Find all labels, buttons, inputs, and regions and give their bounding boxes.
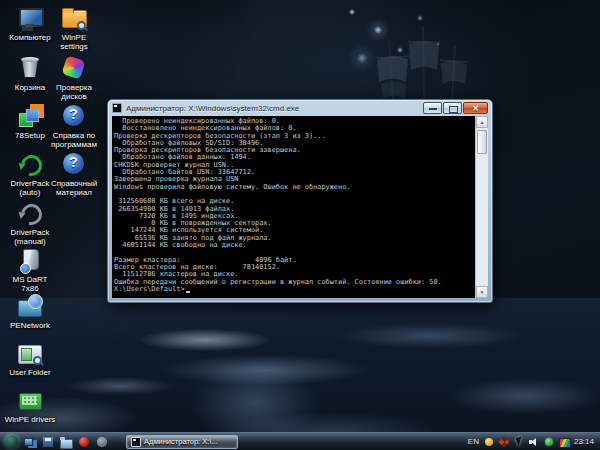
console-output: Проверено неиндексированных файлов: 0. В… [114,118,474,293]
start-button[interactable] [4,434,19,449]
desktop-icon-penetwork[interactable]: PENetwork [4,293,56,330]
shield-icon[interactable] [499,437,509,447]
minimize-button[interactable] [423,102,442,114]
disk-check-icon [61,55,87,81]
folder-icon[interactable] [60,436,72,448]
cmd-icon [131,437,141,447]
icon-label: DriverPack (manual) [4,228,56,246]
sea-waves [0,298,600,450]
window-titlebar[interactable]: Администратор: X:\Windows\system32\cmd.e… [108,100,492,116]
console-area[interactable]: Проверено неиндексированных файлов: 0. В… [112,116,488,298]
help-question-icon [61,103,87,129]
chip-icon [17,387,43,413]
scrollbar-thumb[interactable] [477,130,487,154]
globe-icon[interactable] [96,436,108,448]
smiley-icon[interactable] [484,437,494,447]
console-cursor [186,291,190,293]
desktop-icon-disk-check[interactable]: Проверка дисков [48,55,100,101]
taskbar-button-cmd[interactable]: Администратор: X:\... [126,435,238,449]
magnifier-icon [33,356,44,367]
taskbar: Администратор: X:\... EN 23:14 [0,432,600,450]
desktop-icon-reference-material[interactable]: Справочный материал [48,151,100,197]
window-title: Администратор: X:\Windows\system32\cmd.e… [126,104,419,113]
magnifier-icon [77,21,88,32]
icon-label: WinPE drivers [5,415,56,424]
desktop-icon-winpe-settings[interactable]: WinPE settings [48,5,100,51]
computer-icon [17,5,43,31]
icon-label: 78Setup [15,131,45,140]
desktop-icon-driverpack-manual[interactable]: DriverPack (manual) [4,200,56,246]
recycle-arrows-icon [17,151,43,177]
icon-label: Проверка дисков [48,83,100,101]
close-button[interactable] [463,102,488,114]
taskbar-button-label: Администратор: X:\... [144,437,218,446]
help-question-icon [61,151,87,177]
console-lines: Проверено неиндексированных файлов: 0. В… [114,118,474,286]
desktop-icon-ms-dart[interactable]: MS DaRT 7x86 [4,247,56,293]
book-check-icon [17,247,43,273]
recycle-bin-icon [17,55,43,81]
cmd-icon [112,103,122,113]
red-app-icon[interactable] [78,436,90,448]
system-tray: EN 23:14 [468,437,600,447]
folder-document-icon [17,340,43,366]
console-prompt: X:\Users\Default> [114,286,185,293]
floppy-disk-icon[interactable] [42,436,54,448]
volume-icon[interactable] [529,437,539,447]
icon-label: MS DaRT 7x86 [4,275,56,293]
icon-label: Компьютер [9,33,50,42]
dual-monitors-icon[interactable] [24,436,36,448]
desktop-icon-winpe-drivers[interactable]: WinPE drivers [4,387,56,424]
cmd-window: Администратор: X:\Windows\system32\cmd.e… [107,99,493,303]
recycle-arrows-gray-icon [17,200,43,226]
icon-label: PENetwork [10,321,50,330]
desktop-icon-user-folder[interactable]: User.Folder [4,340,56,377]
icon-label: Корзина [15,83,45,92]
icon-label: User.Folder [9,368,50,377]
setup-squares-icon [17,103,43,129]
green-status-icon[interactable] [544,437,554,447]
icon-label: WinPE settings [48,33,100,51]
scroll-down-icon[interactable]: ▼ [476,286,488,298]
language-indicator[interactable]: EN [468,437,479,446]
maximize-button[interactable] [443,102,462,114]
taskbar-clock[interactable]: 23:14 [574,437,594,446]
folder-search-icon [61,5,87,31]
icon-label: Справочный материал [48,179,100,197]
scrollbar-track[interactable] [476,128,488,286]
network-folder-icon [17,293,43,319]
quick-launch [24,436,108,448]
desktop-icon-program-help[interactable]: Справка по программам [48,103,100,149]
console-scrollbar[interactable]: ▲ ▼ [475,116,488,298]
display-color-icon[interactable] [559,437,569,447]
scroll-up-icon[interactable]: ▲ [476,116,488,128]
icon-label: Справка по программам [48,131,100,149]
cursor-icon[interactable] [514,437,524,447]
